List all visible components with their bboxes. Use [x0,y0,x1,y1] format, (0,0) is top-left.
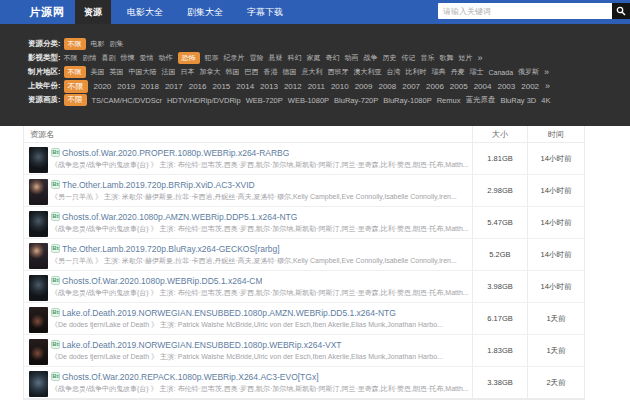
filter-option[interactable]: 剧情 [83,52,97,64]
filter-option[interactable]: 家庭 [307,52,321,64]
filter-option[interactable]: 美国 [91,66,105,78]
filter-option[interactable]: 爱情 [140,52,154,64]
filter-option[interactable]: 2010 [331,81,349,92]
filter-option[interactable]: 2012 [284,81,302,92]
filter-option[interactable]: 意大利 [302,66,323,78]
filter-option[interactable]: BluRay 3D [500,95,536,106]
filter-option[interactable]: 悬疑 [269,52,283,64]
filter-option[interactable]: 加拿大 [200,66,221,78]
filter-more-arrow[interactable]: » [478,53,483,63]
filter-option[interactable]: 韩国 [226,66,240,78]
filter-option[interactable]: 巴西 [245,66,259,78]
filter-option[interactable]: 剧集 [110,38,124,50]
filter-option[interactable]: 科幻 [288,52,302,64]
resource-title-link[interactable]: Lake.of.Death.2019.NORWEGIAN.ENSUBBED.10… [62,308,396,318]
filter-option[interactable]: 2009 [355,81,373,92]
filter-option[interactable]: 2020 [94,81,112,92]
filter-option[interactable]: 纪录片 [224,52,245,64]
filter-option[interactable]: 不限 [64,94,87,106]
filter-option[interactable]: 短片 [459,52,473,64]
filter-option[interactable]: Remux [437,95,461,106]
movie-poster-thumbnail[interactable] [29,211,48,237]
filter-option[interactable]: BluRay-1080P [383,95,431,106]
search-input[interactable] [438,3,612,19]
filter-option[interactable]: 惊悚 [121,52,135,64]
filter-option[interactable]: 2002 [521,81,539,92]
movie-poster-thumbnail[interactable] [29,147,48,173]
filter-option[interactable]: 香港 [264,66,278,78]
resource-title-link[interactable]: Ghosts.of.War.2020.1080p.AMZN.WEBRip.DDP… [62,212,297,222]
resource-title-link[interactable]: Ghosts.of.War.2020.PROPER.1080p.WEBRip.x… [62,148,289,158]
movie-poster-thumbnail[interactable] [29,179,48,205]
filter-option[interactable]: 2017 [165,81,183,92]
filter-option[interactable]: 澳大利亚 [354,66,382,78]
filter-option[interactable]: 2004 [474,81,492,92]
filter-option[interactable]: HDTV/HDRip/DVDRip [167,95,241,106]
filter-option[interactable]: 2014 [236,81,254,92]
filter-option[interactable]: Canada [489,68,514,77]
filter-option[interactable]: 英国 [110,66,124,78]
resource-title-link[interactable]: Ghosts.Of.War.2020.REPACK.1080p.WEBRip.X… [62,372,319,382]
filter-option[interactable]: 不限 [64,66,86,78]
search-button[interactable] [612,3,630,19]
filter-option[interactable]: 丹麦 [451,66,465,78]
filter-option[interactable]: 2015 [212,81,230,92]
filter-option[interactable]: 俄罗斯 [518,66,539,78]
filter-option[interactable]: 4K [541,95,550,106]
filter-option[interactable]: 蓝光原盘 [465,94,495,106]
movie-poster-thumbnail[interactable] [29,243,48,269]
filter-option[interactable]: 德国 [283,66,297,78]
filter-option[interactable]: 2019 [117,81,135,92]
filter-option[interactable]: 喜剧 [102,52,116,64]
filter-option[interactable]: 台湾 [387,66,401,78]
filter-option[interactable]: 冒险 [250,52,264,64]
filter-option[interactable]: 传记 [402,52,416,64]
nav-tab-4[interactable]: 字幕下载 [239,0,291,24]
filter-option[interactable]: 战争 [364,52,378,64]
filter-option[interactable]: 比利时 [406,66,427,78]
filter-option[interactable]: 2011 [308,81,325,92]
filter-option[interactable]: 2007 [402,81,420,92]
filter-option[interactable]: WEB-1080P [288,95,329,106]
resource-title-link[interactable]: Ghosts.Of.War.2020.1080p.WEBRip.DD5.1.x2… [62,276,262,286]
filter-option[interactable]: 2008 [378,81,396,92]
filter-option[interactable]: 动画 [345,52,359,64]
filter-option[interactable]: 瑞士 [470,66,484,78]
filter-option[interactable]: 不限 [64,38,86,50]
filter-option[interactable]: 不限 [64,80,88,93]
filter-option[interactable]: 不限 [64,52,78,64]
filter-option[interactable]: 瑞典 [432,66,446,78]
filter-option[interactable]: 恐怖 [178,52,200,64]
nav-tab-2[interactable]: 电影大全 [119,0,171,24]
filter-option[interactable]: 电影 [91,38,105,50]
filter-option[interactable]: 2006 [426,81,444,92]
filter-option[interactable]: 中国大陆 [129,66,157,78]
resource-title-link[interactable]: Lake.of.Death.2019.NORWEGIAN.ENSUBBED.10… [62,340,342,350]
filter-option[interactable]: TS/CAM/HC/DVDScr [92,95,162,106]
filter-more-arrow[interactable]: » [545,81,550,91]
resource-title-link[interactable]: The.Other.Lamb.2019.720p.BluRay.x264-GEC… [62,244,280,254]
resource-title-link[interactable]: The.Other.Lamb.2019.720p.BRRip.XviD.AC3-… [62,180,255,190]
filter-option[interactable]: 历史 [383,52,397,64]
movie-poster-thumbnail[interactable] [29,339,48,365]
filter-option[interactable]: 犯罪 [205,52,219,64]
filter-option[interactable]: 西班牙 [328,66,349,78]
filter-option[interactable]: BluRay-720P [334,95,378,106]
filter-option[interactable]: 2003 [497,81,515,92]
site-logo[interactable]: 片源网 [0,0,75,24]
filter-option[interactable]: 日本 [181,66,195,78]
filter-option[interactable]: 2018 [141,81,159,92]
filter-option[interactable]: 奇幻 [326,52,340,64]
filter-option[interactable]: 2013 [260,81,278,92]
filter-option[interactable]: WEB-720P [246,95,283,106]
filter-option[interactable]: 动作 [159,52,173,64]
filter-option[interactable]: 2016 [189,81,207,92]
filter-option[interactable]: 歌舞 [440,52,454,64]
nav-tab-1[interactable]: 资源 [75,0,111,24]
movie-poster-thumbnail[interactable] [29,275,48,301]
filter-option[interactable]: 法国 [162,66,176,78]
filter-more-arrow[interactable]: » [544,67,549,77]
filter-option[interactable]: 音乐 [421,52,435,64]
nav-tab-3[interactable]: 剧集大全 [179,0,231,24]
movie-poster-thumbnail[interactable] [29,371,48,397]
